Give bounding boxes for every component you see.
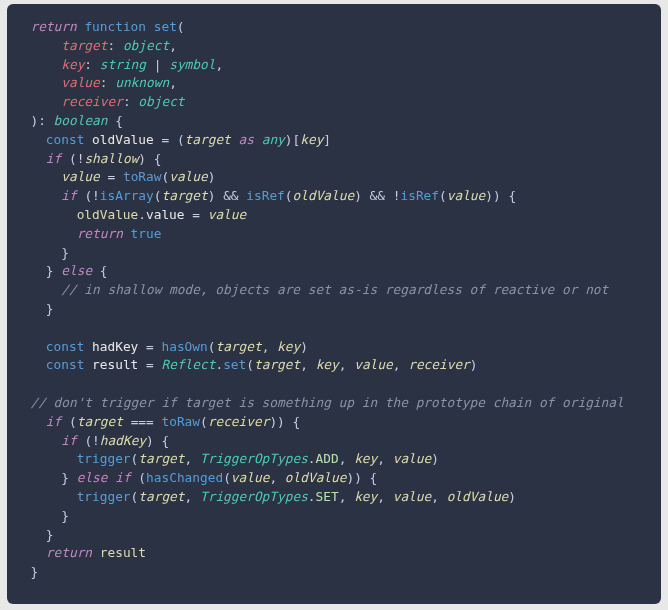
code-token — [15, 357, 46, 372]
code-token: } — [46, 263, 54, 278]
code-token — [15, 38, 61, 53]
code-token: { — [115, 113, 123, 128]
code-line: key: string | symbol, — [15, 57, 223, 72]
code-token — [192, 489, 200, 504]
code-token: , — [169, 38, 177, 53]
code-token — [346, 489, 354, 504]
code-token — [84, 132, 92, 147]
code-token: return — [46, 545, 92, 560]
code-token: set — [223, 357, 246, 372]
code-line: } — [15, 564, 38, 579]
code-token: ) — [300, 339, 308, 354]
code-token: ) — [508, 489, 516, 504]
code-token: { — [293, 414, 301, 429]
code-token: { — [100, 263, 108, 278]
code-token — [439, 489, 447, 504]
code-token: function — [84, 19, 146, 34]
code-token — [15, 132, 46, 147]
code-line: value: unknown, — [15, 75, 177, 90]
code-token: isArray — [100, 188, 154, 203]
code-line: if (target === toRaw(receiver)) { — [15, 414, 300, 429]
code-token: . — [308, 451, 316, 466]
code-token: , — [377, 451, 385, 466]
code-token: isRef — [246, 188, 285, 203]
code-token: shallow — [84, 151, 138, 166]
code-token: hadKey — [92, 339, 138, 354]
code-token: , — [269, 470, 277, 485]
code-token: { — [508, 188, 516, 203]
code-token — [400, 357, 408, 372]
code-token — [385, 451, 393, 466]
code-token: // in shallow mode, objects are set as-i… — [61, 282, 608, 297]
code-token: ( — [84, 188, 92, 203]
code-line: trigger(target, TriggerOpTypes.ADD, key,… — [15, 451, 439, 466]
code-token: { — [161, 433, 169, 448]
code-token — [15, 489, 77, 504]
code-token — [15, 263, 46, 278]
code-token: } — [46, 301, 54, 316]
code-line: } — [15, 245, 69, 260]
code-token: key — [300, 132, 323, 147]
code-token — [15, 508, 61, 523]
code-token — [15, 414, 46, 429]
code-token: target — [138, 451, 184, 466]
code-token — [277, 470, 285, 485]
code-token: ( — [84, 433, 92, 448]
code-token — [192, 451, 200, 466]
code-token: && — [223, 188, 238, 203]
code-token — [61, 414, 69, 429]
code-token — [15, 75, 61, 90]
code-token: . — [308, 489, 316, 504]
code-token: } — [61, 245, 69, 260]
code-line: } else if (hasChanged(value, oldValue)) … — [15, 470, 377, 485]
code-token — [362, 470, 370, 485]
code-token: value — [61, 169, 100, 184]
code-token: unknown — [115, 75, 169, 90]
code-token — [61, 151, 69, 166]
code-token: = — [192, 207, 200, 222]
code-token: ! — [92, 188, 100, 203]
code-token: if — [61, 188, 76, 203]
code-token: ( — [223, 470, 231, 485]
code-token: set — [154, 19, 177, 34]
code-token: trigger — [77, 489, 131, 504]
code-token — [92, 57, 100, 72]
code-line: // don't trigger if target is something … — [15, 395, 624, 410]
code-token: value — [354, 357, 393, 372]
code-line: trigger(target, TriggerOpTypes.SET, key,… — [15, 489, 516, 504]
code-token: ) — [30, 113, 38, 128]
code-token: key — [61, 57, 84, 72]
code-token — [15, 470, 61, 485]
code-token — [69, 470, 77, 485]
code-token: target — [138, 489, 184, 504]
code-token — [215, 188, 223, 203]
code-token: ! — [92, 433, 100, 448]
code-token — [346, 451, 354, 466]
code-token — [15, 226, 77, 241]
code-token: if — [46, 414, 61, 429]
code-token: const — [46, 357, 85, 372]
code-line: const hadKey = hasOwn(target, key) — [15, 339, 308, 354]
code-token: } — [61, 470, 69, 485]
code-token: === — [131, 414, 154, 429]
code-token — [15, 433, 61, 448]
code-token: key — [277, 339, 300, 354]
code-token — [385, 188, 393, 203]
code-token: ) — [354, 188, 362, 203]
code-token: string — [100, 57, 146, 72]
code-token — [123, 414, 131, 429]
code-token — [15, 301, 46, 316]
code-token — [15, 169, 61, 184]
code-token — [285, 414, 293, 429]
code-token: ) — [208, 169, 216, 184]
code-token: ( — [69, 414, 77, 429]
code-token: as — [239, 132, 254, 147]
code-token: oldValue — [92, 132, 154, 147]
code-token — [115, 169, 123, 184]
code-token: = — [161, 132, 169, 147]
code-token: true — [131, 226, 162, 241]
code-token: object — [123, 38, 169, 53]
code-token: receiver — [408, 357, 470, 372]
code-token: , — [377, 489, 385, 504]
code-token — [231, 132, 239, 147]
